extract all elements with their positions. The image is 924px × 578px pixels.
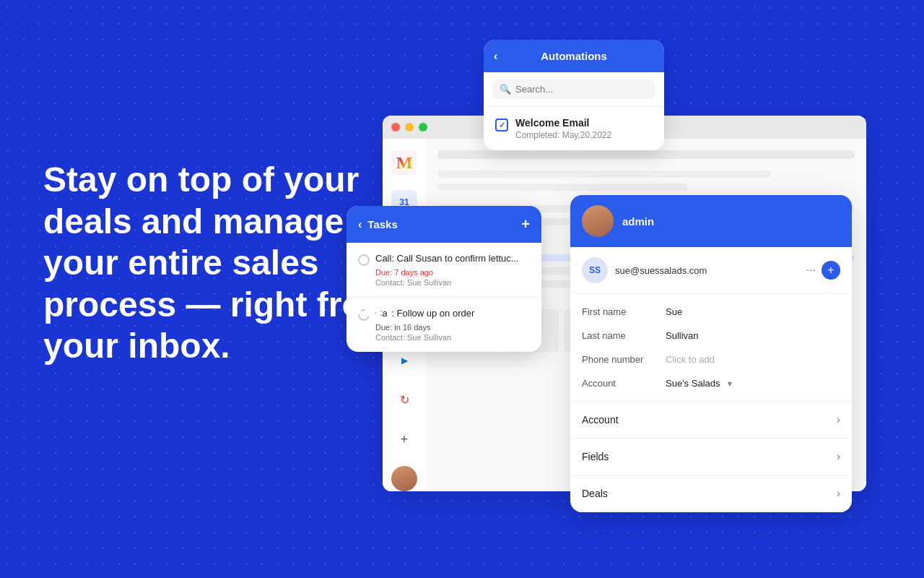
automation-check-icon <box>495 118 508 131</box>
hero-section: Stay on top of your deals and manage you… <box>43 159 404 367</box>
search-icon: 🔍 <box>500 84 511 95</box>
contact-more-button[interactable]: ··· <box>806 264 816 277</box>
account-label: Account <box>582 378 654 389</box>
account-dropdown-arrow: ▼ <box>725 379 733 388</box>
section-deals-arrow: › <box>837 487 840 500</box>
user-avatar[interactable] <box>391 466 417 491</box>
contact-email: sue@suessalads.com <box>615 265 799 276</box>
automations-search-container: 🔍 <box>484 72 664 107</box>
phone-value[interactable]: Click to add <box>666 354 715 365</box>
account-value-text: Sue's Salads <box>666 378 720 389</box>
tasks-add-button[interactable]: + <box>521 216 530 233</box>
contact-avatar-initials: SS <box>582 257 608 283</box>
contact-email-row: SS sue@suessalads.com ··· + <box>570 247 852 294</box>
minimize-dot <box>405 123 414 131</box>
account-value[interactable]: Sue's Salads ▼ <box>666 378 733 389</box>
section-fields-label: Fields <box>582 451 609 462</box>
contact-phone-row: Phone number Click to add <box>570 348 852 371</box>
section-account-label: Account <box>582 414 619 426</box>
section-deals-label: Deals <box>582 488 608 499</box>
contact-lastname-row: Last name Sullivan <box>570 324 852 348</box>
automations-back-button[interactable]: ‹ <box>494 50 497 63</box>
section-account-arrow: › <box>837 413 840 426</box>
sidebar-refresh[interactable]: ↻ <box>391 387 417 413</box>
contact-panel-header: admin <box>570 195 852 247</box>
automation-item-welcome: Welcome Email Completed: May,20,2022 <box>484 107 664 150</box>
automation-subtitle: Completed: May,20,2022 <box>515 130 611 140</box>
contact-panel: admin SS sue@suessalads.com ··· + First … <box>570 195 852 512</box>
contact-header-avatar <box>582 205 614 237</box>
contact-email-actions: ··· + <box>806 261 840 280</box>
lastname-label: Last name <box>582 330 654 341</box>
contact-section-fields[interactable]: Fields › <box>570 439 852 475</box>
phone-label: Phone number <box>582 354 654 365</box>
hero-heading: Stay on top of your deals and manage you… <box>43 159 404 367</box>
contact-firstname-row: First name Sue <box>570 300 852 324</box>
automations-title: Automations <box>541 50 607 62</box>
automations-header: ‹ Automations <box>484 40 664 72</box>
automation-item-text: Welcome Email Completed: May,20,2022 <box>515 117 611 140</box>
contact-section-deals[interactable]: Deals › <box>570 475 852 512</box>
contact-account-row: Account Sue's Salads ▼ <box>570 371 852 395</box>
contact-section-account[interactable]: Account › <box>570 402 852 439</box>
contact-add-button[interactable]: + <box>821 261 840 280</box>
contact-header-name: admin <box>622 215 654 228</box>
automations-card: ‹ Automations 🔍 Welcome Email Completed:… <box>484 40 664 150</box>
section-fields-arrow: › <box>837 450 840 463</box>
lastname-value[interactable]: Sullivan <box>666 330 699 341</box>
close-dot <box>391 123 400 131</box>
automation-title: Welcome Email <box>515 117 611 129</box>
contact-fields: First name Sue Last name Sullivan Phone … <box>570 294 852 402</box>
firstname-label: First name <box>582 306 654 317</box>
sidebar-add[interactable]: + <box>391 427 417 452</box>
mockups-container: M 31 ★ ✓ — ▶ ↻ <box>346 0 924 578</box>
maximize-dot <box>419 123 427 131</box>
automations-search-input[interactable] <box>515 84 648 95</box>
firstname-value[interactable]: Sue <box>666 306 682 317</box>
